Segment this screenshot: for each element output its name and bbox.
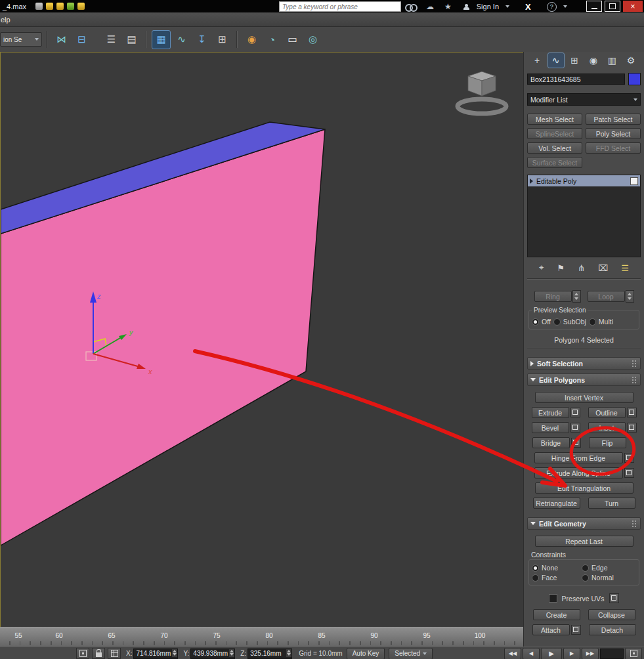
rendered-frame-icon[interactable]: ▭ [284, 31, 301, 49]
search-input[interactable] [279, 1, 401, 12]
poly-select-button[interactable]: Poly Select [586, 128, 641, 139]
vol-select-button[interactable]: Vol. Select [527, 142, 582, 154]
go-to-start-button[interactable]: ◀◀ [504, 648, 521, 659]
render-setup-icon[interactable]: ◔ [263, 31, 281, 49]
curve-editor-icon[interactable]: ∿ [173, 31, 190, 49]
retriangulate-button[interactable]: Retriangulate [533, 498, 580, 509]
close-button[interactable]: × [623, 1, 643, 12]
make-unique-icon[interactable]: ⋔ [578, 263, 585, 273]
current-frame-field[interactable] [600, 648, 624, 659]
named-selection-sets-dropdown[interactable]: ion Se [0, 32, 42, 47]
create-tab-icon[interactable]: + [529, 53, 545, 68]
constraint-none-radio[interactable]: None [532, 564, 579, 572]
repeat-last-button[interactable]: Repeat Last [535, 536, 633, 547]
cloud-icon[interactable]: ☁ [426, 2, 434, 11]
detach-button[interactable]: Detach [589, 624, 636, 635]
insert-vertex-button[interactable]: Insert Vertex [535, 392, 633, 403]
display-tab-icon[interactable]: ▥ [604, 53, 620, 68]
surface-select-button[interactable]: Surface Select [527, 157, 582, 168]
mesh-select-button[interactable]: Mesh Select [527, 114, 582, 125]
preview-off-radio[interactable]: Off [532, 318, 551, 326]
go-to-end-button[interactable]: ▶▶ [582, 648, 599, 659]
redo-icon[interactable] [77, 3, 85, 10]
outline-settings-button[interactable] [627, 408, 637, 417]
preserve-uvs-checkbox[interactable] [549, 594, 557, 603]
play-button[interactable]: ▶ [541, 648, 562, 659]
selected-key-filter-dropdown[interactable]: Selected [389, 648, 433, 659]
pin-stack-icon[interactable]: ⌖ [539, 263, 544, 273]
modifier-stack[interactable]: Editable Poly [527, 175, 641, 257]
next-frame-button[interactable]: ▶ [563, 648, 580, 659]
y-spinner[interactable] [229, 649, 234, 657]
mirror-icon[interactable]: ⋈ [53, 31, 70, 49]
previous-frame-button[interactable]: ◀ [523, 648, 540, 659]
preview-multi-radio[interactable]: Multi [589, 318, 613, 326]
patch-select-button[interactable]: Patch Select [586, 114, 641, 125]
render-production-icon[interactable]: ◎ [304, 31, 322, 49]
bridge-button[interactable]: Bridge [532, 437, 570, 448]
open-file-icon[interactable] [46, 3, 53, 10]
x-coordinate-field[interactable]: 714.816mm [133, 648, 178, 659]
rollout-edit-geometry[interactable]: Edit Geometry [527, 517, 641, 530]
constraint-normal-radio[interactable]: Normal [582, 574, 614, 582]
attach-button[interactable]: Attach [532, 624, 570, 635]
outline-button[interactable]: Outline [588, 407, 626, 418]
save-file-icon[interactable] [56, 3, 64, 10]
new-scene-icon[interactable] [35, 3, 43, 10]
expand-stack-icon[interactable] [530, 179, 533, 184]
edit-triangulation-button[interactable]: Edit Triangulation [535, 482, 633, 494]
help-caret-icon[interactable] [563, 5, 567, 8]
constraint-edge-radio[interactable]: Edge [582, 564, 608, 572]
motion-tab-icon[interactable]: ◉ [586, 53, 601, 68]
constraint-face-radio[interactable]: Face [532, 574, 579, 582]
z-spinner[interactable] [286, 649, 291, 657]
help-icon[interactable]: ? [547, 2, 557, 12]
maximize-button[interactable] [605, 1, 620, 12]
extrude-settings-button[interactable] [570, 408, 580, 417]
bridge-settings-button[interactable] [571, 438, 581, 448]
object-color-swatch[interactable] [628, 73, 641, 85]
rollout-grip[interactable] [632, 360, 637, 367]
dope-sheet-icon[interactable]: ↧ [193, 31, 211, 49]
minimize-button[interactable] [586, 1, 602, 12]
loop-button[interactable]: Loop [588, 291, 625, 302]
snap-toggle-icon[interactable] [108, 648, 121, 659]
extrude-button[interactable]: Extrude [532, 407, 569, 418]
loop-spinner[interactable] [626, 290, 634, 303]
utilities-tab-icon[interactable]: ⚙ [623, 53, 639, 68]
undo-icon[interactable] [67, 3, 74, 10]
auto-key-button[interactable]: Auto Key [347, 648, 385, 659]
rollout-edit-polygons[interactable]: Edit Polygons [527, 373, 641, 386]
extrude-along-spline-button[interactable]: Extrude Along Spline [534, 467, 623, 478]
spline-select-button[interactable]: SplineSelect [527, 128, 582, 139]
rollout-grip[interactable] [632, 376, 637, 383]
hinge-from-edge-button[interactable]: Hinge From Edge [534, 452, 623, 463]
align-icon[interactable]: ⊟ [73, 31, 91, 49]
show-end-result-icon[interactable]: ⚑ [557, 263, 565, 273]
menu-help-partial[interactable]: elp [1, 16, 11, 24]
favorites-star-icon[interactable]: ★ [444, 2, 452, 11]
isolate-selection-icon[interactable] [76, 648, 89, 659]
configure-modifier-sets-icon[interactable]: ☰ [621, 263, 629, 273]
ffd-select-button[interactable]: FFD Select [586, 142, 641, 154]
hierarchy-tab-icon[interactable]: ⊞ [567, 53, 582, 68]
time-slider-ruler[interactable]: 55 60 65 70 75 80 85 90 95 100 [0, 627, 523, 647]
modifier-stack-item-editable-poly[interactable]: Editable Poly [528, 175, 640, 186]
sign-in-button[interactable]: Sign In [477, 3, 499, 11]
collapse-button[interactable]: Collapse [588, 609, 635, 620]
bevel-settings-button[interactable] [570, 423, 580, 433]
flip-button[interactable]: Flip [589, 437, 626, 448]
sign-in-caret-icon[interactable] [505, 5, 509, 8]
ribbon-toggle-icon[interactable]: ▦ [152, 31, 170, 49]
extrude-along-spline-settings-button[interactable] [624, 468, 634, 478]
material-editor-icon[interactable]: ◉ [243, 31, 261, 49]
selection-lock-icon[interactable] [92, 648, 105, 659]
rollout-grip[interactable] [632, 520, 637, 527]
schematic-view-icon[interactable]: ⊞ [213, 31, 231, 49]
create-button[interactable]: Create [533, 609, 580, 620]
user-icon[interactable] [463, 4, 469, 10]
ring-spinner[interactable] [572, 290, 581, 303]
modifier-list-dropdown[interactable]: Modifier List [527, 93, 641, 106]
key-mode-toggle-icon[interactable] [625, 648, 642, 659]
exchange-logo[interactable]: X [525, 2, 531, 12]
